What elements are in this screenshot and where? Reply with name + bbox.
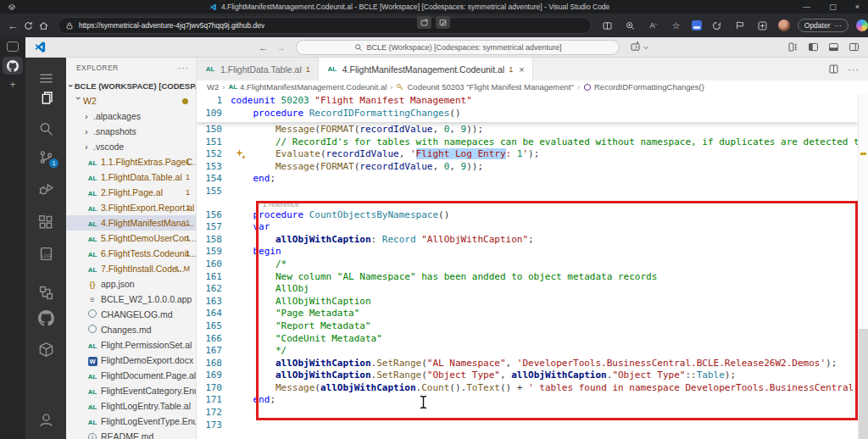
copilot-icon[interactable] [856, 19, 868, 31]
code-line[interactable]: 170 Message(allObjWithCaption.Count().To… [197, 382, 868, 395]
activity-remote-explorer[interactable] [25, 281, 66, 304]
tree-folder--snapshots[interactable]: ›.snapshots [66, 124, 196, 139]
code-line[interactable]: 152 Evaluate(recordIdValue, 'Flight Log … [197, 148, 868, 161]
activity-extensions[interactable] [25, 210, 66, 234]
breadcrumb-item[interactable]: W2 [207, 82, 219, 92]
history-forward-icon[interactable]: → [276, 42, 286, 53]
breadcrumb-item[interactable]: Codeunit 50203 "Flight Manifest Manageme… [396, 82, 573, 92]
toggle-panel-icon[interactable] [828, 42, 839, 53]
close-button[interactable]: × [855, 3, 860, 11]
editor-more-actions-icon[interactable]: ··· [848, 64, 860, 75]
tree-file-flightdocument-page-al[interactable]: ALFlightDocument.Page.al [66, 368, 196, 383]
code-line[interactable]: 156 procedure CountObjectsByNamespace() [197, 209, 868, 222]
activity-al-package[interactable] [25, 337, 66, 361]
tree-file-5-flightdemousercon-[interactable]: AL5.FlightDemoUserCon...1 [66, 231, 196, 246]
code-line[interactable]: 167 */ [197, 345, 868, 358]
profile-avatar[interactable] [778, 19, 790, 31]
tree-file-changelog-md[interactable]: CHANGELOG.md [66, 307, 196, 322]
code-line[interactable]: 153 Message(FORMAT(recordIdValue, 0, 9))… [197, 161, 868, 174]
toggle-secondary-sidebar-icon[interactable] [849, 42, 860, 53]
tree-file-flighteventcategory-enum-[interactable]: ALFlightEventCategory.Enum... [66, 383, 196, 398]
home-icon[interactable] [36, 18, 51, 33]
read-aloud-icon[interactable]: Aˆ [646, 18, 661, 33]
send-icon[interactable] [732, 18, 748, 33]
breadcrumb-item[interactable]: RecordIDFormattingChanges() [583, 82, 704, 92]
code-line[interactable]: 166 "CodeUnit Metadata" [197, 333, 868, 346]
codelens-references[interactable]: 1 reference [197, 198, 868, 209]
activity-run-and-debug[interactable] [25, 176, 66, 200]
active-github-tab[interactable] [3, 57, 23, 75]
toolbar-more-icon[interactable]: ··· [835, 21, 843, 30]
tree-file-bcle-w2-1-0-0-0-app[interactable]: ≡BCLE_W2_1.0.0.0.app [66, 292, 196, 307]
code-line[interactable]: 162 AllObj [197, 283, 868, 296]
code-line[interactable]: 158 allObjWithCaption: Record "AllObjWit… [197, 234, 868, 247]
workspace-section-header[interactable]: › BCLE (WORKSPACE) [CODESPACE... [66, 78, 196, 93]
activity-account[interactable] [25, 408, 66, 431]
popup-window-icon[interactable] [417, 16, 431, 29]
code-line[interactable]: 150 Message(FORMAT(recordIdValue, 0, 9))… [197, 124, 868, 136]
tree-file-6-flighttests-codeunit-[interactable]: AL6.FlightTests.Codeunit....1 [66, 246, 196, 261]
browser-essentials-icon[interactable] [709, 18, 725, 33]
code-line[interactable]: 164 "Page Metadata" [197, 308, 868, 320]
breadcrumb[interactable]: W2›AL4.FlightManifestManagement.Codeunit… [197, 81, 868, 93]
tree-folder-w2[interactable]: ›W2 [66, 93, 196, 108]
code-line[interactable]: 151 // RecordId's for tables with namepa… [197, 136, 868, 149]
breadcrumb-item[interactable]: AL4.FlightManifestManagement.Codeunit.al [228, 82, 387, 92]
tree-file-app-json[interactable]: {}app.json [66, 276, 196, 292]
copilot-sparkle-icon[interactable] [236, 149, 246, 159]
scrollbar-thumb[interactable] [859, 329, 868, 439]
new-tab-button[interactable]: + [9, 79, 15, 91]
address-bar[interactable]: https://symmetrical-adventure-4jq7jwv5q7… [58, 17, 592, 34]
code-line[interactable]: 165 "Report Metadata" [197, 320, 868, 333]
history-back-icon[interactable]: ← [259, 42, 268, 53]
toggle-sidebar-icon[interactable] [808, 42, 819, 53]
tree-file-flightlogentry-table-al[interactable]: ALFlightLogEntry.Table.al [66, 398, 196, 414]
activity-log-viewer[interactable]: LOG [25, 242, 66, 265]
tree-file-changes-md[interactable]: Changes.md [66, 322, 196, 337]
popup-edit-icon[interactable] [436, 16, 450, 29]
command-center-search[interactable]: BCLE (Workspace) [Codespaces: symmetrica… [296, 40, 620, 55]
tree-file-3-flightexport-report-al[interactable]: AL3.FlightExport.Report.al1 [66, 200, 196, 215]
code-line[interactable]: 157 var [197, 221, 868, 234]
code-line[interactable]: 161 New column "AL Namespace" has been a… [197, 271, 868, 284]
editor-scrollbar[interactable] [858, 93, 868, 439]
code-line[interactable]: 155 [197, 186, 868, 198]
code-line[interactable]: 171 end; [197, 394, 868, 407]
minimize-button[interactable]: — [803, 3, 810, 11]
code-line[interactable]: 173 [197, 420, 868, 432]
activity-explorer[interactable] [25, 86, 66, 109]
editor-tab-1-flightdata-table-al[interactable]: AL1.FlightData.Table.al1 [197, 58, 319, 81]
tree-file-flightdemoexport-docx[interactable]: WFlightDemoExport.docx [66, 353, 196, 368]
code-line[interactable]: 1codeunit 50203 "Flight Manifest Managem… [197, 95, 858, 108]
update-button[interactable]: Opdater ··· [798, 19, 849, 32]
code-line[interactable]: 169 allObjWithCaption.SetRange("Object T… [197, 370, 868, 382]
customize-layout-icon[interactable] [787, 42, 798, 53]
code-line[interactable]: 168 allObjWithCaption.SetRange("AL Names… [197, 358, 868, 370]
tree-file-2-flight-page-al[interactable]: AL2.Flight.Page.al1 [66, 185, 196, 200]
tree-file-flightlogeventtype-enum-al[interactable]: ALFlightLogEventType.Enum.al [66, 414, 196, 429]
tab-group-icon[interactable] [8, 3, 16, 11]
refresh-icon[interactable] [20, 18, 36, 33]
editor-tab-4-flightmanifestmanagement-codeunit-al[interactable]: AL4.FlightManifestManagement.Codeunit.al… [319, 58, 533, 81]
back-icon[interactable]: ← [5, 18, 20, 33]
extensions-puzzle-icon[interactable] [755, 18, 771, 33]
split-editor-icon[interactable] [828, 64, 839, 75]
tree-file-7-flightinstall-code-[interactable]: AL7.FlightInstall.Code...1, M [66, 261, 196, 276]
code-line[interactable]: 163 AllObjWithCaption [197, 296, 868, 308]
activity-search[interactable] [25, 117, 66, 141]
collections-icon[interactable] [692, 20, 702, 31]
remote-session-button[interactable] [630, 42, 649, 53]
close-tab-icon[interactable]: × [519, 64, 524, 75]
maximize-button[interactable]: ▢ [829, 3, 837, 11]
favorites-star-icon[interactable]: ☆ [669, 18, 684, 33]
split-screen-icon[interactable] [600, 18, 615, 33]
tree-folder--vscode[interactable]: ›.vscode [66, 139, 196, 154]
inactive-tab-icon[interactable] [7, 42, 19, 52]
explorer-more-icon[interactable]: ··· [178, 64, 189, 73]
tree-file-readme-md[interactable]: iREADME.md [66, 429, 196, 439]
code-line[interactable]: 160 /* [197, 258, 868, 271]
code-line[interactable]: 159 begin [197, 246, 868, 258]
tree-file-1-1-flightextras-pagec-[interactable]: AL1.1.FlightExtras.PageC...1 [66, 154, 196, 169]
code-line[interactable]: 109 procedure RecordIDFormattingChanges(… [197, 108, 858, 120]
tree-file-1-flightdata-table-al[interactable]: AL1.FlightData.Table.al1 [66, 169, 196, 185]
